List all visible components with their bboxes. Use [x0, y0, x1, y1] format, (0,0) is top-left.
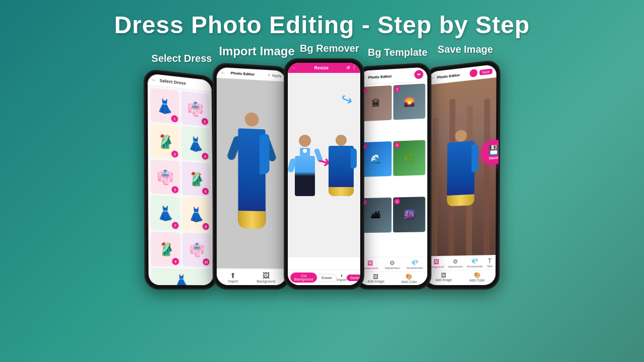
phone-3-bottombar: Cut Background Eraser ⬆Import Background	[288, 269, 360, 285]
dress-number: 3	[172, 150, 179, 158]
blue-arrow-icon: ↩	[339, 90, 355, 110]
step-3-wrapper: Bg Remover ← Resize ↺ ⋮	[295, 43, 364, 290]
phone-2-bottombar: ⬆ Import 🖼 Background	[217, 269, 286, 285]
edit-circle-icon: ✏	[414, 70, 423, 79]
dress-item[interactable]: 🥻 6	[182, 161, 210, 196]
step-1-wrapper: Select Dress ← Select Dress 👗 1 👘 2	[144, 53, 219, 290]
back-arrow-icon-5: ←	[431, 75, 435, 80]
page-title: Dress Photo Editing - Step by Step	[0, 0, 644, 39]
topbar-title-3: Resize	[314, 65, 329, 70]
phone-5-bottombar: 🖼 Background ⚙ Adjustment 💎 Accessories	[426, 255, 496, 284]
phones-container: Select Dress ← Select Dress 👗 1 👘 2	[0, 43, 644, 290]
phone-5: 💾 Save ← Photo Editor Save	[422, 59, 500, 290]
dress-number: 2	[202, 118, 208, 125]
bg-template-item[interactable]: 6 🌆	[393, 197, 425, 232]
dress-number: 5	[172, 186, 179, 194]
tab-text-5[interactable]: T Text	[487, 257, 493, 267]
dress-number: 8	[202, 223, 209, 230]
step-3-label: Bg Remover	[300, 43, 359, 54]
dress-item[interactable]: 🥻 3	[150, 124, 180, 159]
result-person	[447, 129, 474, 206]
phone-3: ← Resize ↺ ⋮	[284, 58, 364, 290]
dress-item[interactable]: 👘 2	[181, 91, 210, 127]
dress-number: 1	[171, 115, 178, 123]
bg-template-item[interactable]: 5 🏙	[360, 198, 391, 233]
phone-3-content: ➜ ↩	[288, 73, 360, 257]
bg-template-item[interactable]: 4 🌿	[393, 140, 425, 176]
bg-template-grid: 1 🏛 2 🌄 3 🌊 4 🌿	[358, 81, 427, 255]
phone-1-screen: ← Select Dress 👗 1 👘 2 🥻	[148, 73, 214, 285]
bottom-tabs: 🖼 Background ⚙ Adjustment 💎 Accessories	[358, 257, 427, 272]
dress-item[interactable]: 👘 5	[150, 159, 180, 195]
step-4-wrapper: Bg Template ← Photo Editor ✏ 1 🏛	[364, 47, 431, 290]
apply-button[interactable]: ✓ Apply	[268, 73, 282, 78]
dress-number: 10	[203, 258, 209, 265]
eraser-button[interactable]: Eraser	[317, 274, 337, 282]
phone-4-bottombar: 🖼 Background ⚙ Adjustment 💎 Accessories	[358, 257, 427, 286]
dress-item[interactable]: 👗 4	[182, 126, 210, 161]
step-4-label: Bg Template	[368, 47, 428, 58]
topbar-icons: ↺ ⋮	[346, 65, 356, 70]
phone-5-content	[426, 77, 496, 256]
phone-5-tabs: 🖼 Background ⚙ Adjustment 💎 Accessories	[426, 255, 496, 270]
bg-template-item[interactable]: 3 🌊	[360, 141, 391, 177]
phone-2-content	[217, 78, 286, 268]
phone-5-screen: ← Photo Editor Save	[426, 64, 497, 286]
step-1-label: Select Dress	[151, 53, 212, 64]
tab-acc-5[interactable]: 💎 Accessories	[466, 257, 482, 268]
background-button-3[interactable]: Background	[347, 275, 360, 281]
phone-4-screen: ← Photo Editor ✏ 1 🏛 2 🌄	[358, 67, 427, 285]
topbar-title-5: Photo Editor	[437, 72, 460, 79]
dress-item[interactable]: 👗 11	[151, 268, 211, 285]
phone-1: ← Select Dress 👗 1 👘 2 🥻	[144, 68, 218, 290]
save-button-5[interactable]: Save	[479, 68, 493, 75]
phone-3-topbar: ← Resize ↺ ⋮	[288, 63, 360, 73]
phone-3-screen: ← Resize ↺ ⋮	[288, 63, 360, 285]
cut-background-button[interactable]: Cut Background	[290, 273, 317, 283]
dress-item[interactable]: 👗 8	[182, 197, 211, 232]
phone-4: ← Photo Editor ✏ 1 🏛 2 🌄	[354, 62, 431, 290]
topbar-title-4: Photo Editor	[368, 74, 392, 79]
bg-template-item[interactable]: 1 🏛	[360, 85, 392, 122]
background-button-2[interactable]: 🖼 Background	[257, 272, 275, 283]
dress-item[interactable]: 👘 10	[182, 233, 211, 267]
dress-item[interactable]: 👗 7	[151, 196, 181, 231]
add-color-btn-4[interactable]: 🎨 Add Color	[401, 274, 417, 284]
phone-5-actions: 🖼 Add Image 🎨 Add Color	[426, 269, 496, 284]
topbar-title-1: Select Dress	[159, 78, 186, 85]
dress-number: 4	[202, 153, 208, 160]
dress-number: 7	[172, 222, 179, 229]
back-arrow-icon: ←	[152, 77, 157, 83]
phone-2-screen: ← Photo Editor ✓ Apply	[217, 67, 286, 285]
add-color-btn-5[interactable]: 🎨 Add Color	[469, 272, 485, 282]
bg-template-item[interactable]: 2 🌄	[393, 83, 425, 120]
import-btn-3[interactable]: ⬆Import	[337, 274, 347, 282]
import-label: Import	[228, 280, 238, 283]
phone-2: ← Photo Editor ✓ Apply	[213, 62, 290, 290]
step-5-label: Save Image	[438, 44, 493, 55]
tab-background[interactable]: 🖼 Background	[362, 259, 378, 269]
dress-item[interactable]: 🥻 9	[151, 232, 181, 266]
import-button-2[interactable]: ⬆ Import	[228, 272, 238, 283]
add-image-btn-5[interactable]: 🖼 Add Image	[435, 272, 452, 282]
person-result	[328, 135, 353, 196]
add-image-btn-4[interactable]: 🖼 Add Image	[367, 274, 384, 284]
background-label: Background	[257, 280, 275, 283]
dress-item[interactable]: 👗 1	[150, 88, 180, 124]
step-2-label: Import Image	[219, 44, 295, 58]
tab-adj-5[interactable]: ⚙ Adjustment	[448, 258, 462, 268]
dress-number: 6	[202, 188, 209, 195]
tab-accessories[interactable]: 💎 Accessories	[407, 259, 423, 269]
topbar-title-2: Photo Editor	[231, 71, 255, 77]
dress-grid: 👗 1 👘 2 🥻 3 👗 4	[148, 85, 214, 285]
bottom-action-buttons: 🖼 Add Image 🎨 Add Color	[358, 272, 427, 285]
step-5-wrapper: Save Image 💾 Save ← Photo Editor Save	[431, 44, 500, 290]
back-arrow-icon-3: ←	[292, 65, 296, 70]
tab-adjustment[interactable]: ⚙ Adjustment	[384, 259, 399, 269]
edit-icon-5	[469, 69, 477, 77]
person-import	[294, 135, 314, 196]
back-arrow-icon-2: ←	[221, 70, 226, 75]
dress-number: 9	[172, 258, 179, 265]
